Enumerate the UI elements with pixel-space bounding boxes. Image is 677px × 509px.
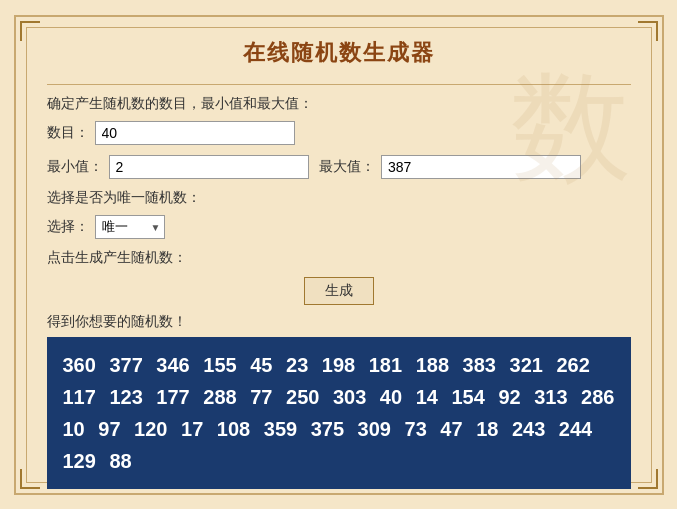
- count-input[interactable]: [95, 121, 295, 145]
- page-title: 在线随机数生成器: [47, 38, 631, 68]
- result-numbers: 360 377 346 155 45 23 198 181 188 383 32…: [63, 349, 615, 477]
- unique-row: 选择： 唯一 可重复 ▼: [47, 215, 631, 239]
- max-input[interactable]: [381, 155, 581, 179]
- unique-instruction: 选择是否为唯一随机数：: [47, 189, 631, 207]
- count-label: 数目：: [47, 124, 89, 142]
- title-divider: [47, 84, 631, 85]
- max-label: 最大值：: [319, 158, 375, 176]
- count-row: 数目：: [47, 121, 631, 145]
- generate-instruction: 点击生成产生随机数：: [47, 249, 631, 267]
- unique-select[interactable]: 唯一 可重复: [95, 215, 165, 239]
- generate-button[interactable]: 生成: [304, 277, 374, 305]
- generate-btn-row: 生成: [47, 277, 631, 305]
- inner-border: 数 在线随机数生成器 确定产生随机数的数目，最小值和最大值： 数目： 最小值： …: [26, 27, 652, 483]
- unique-label: 选择：: [47, 218, 89, 236]
- minmax-row: 最小值： 最大值：: [47, 155, 631, 179]
- result-label: 得到你想要的随机数！: [47, 313, 631, 331]
- instruction1: 确定产生随机数的数目，最小值和最大值：: [47, 95, 631, 113]
- min-label: 最小值：: [47, 158, 103, 176]
- result-box: 360 377 346 155 45 23 198 181 188 383 32…: [47, 337, 631, 489]
- unique-select-wrap: 唯一 可重复 ▼: [95, 215, 165, 239]
- min-input[interactable]: [109, 155, 309, 179]
- outer-frame: 数 在线随机数生成器 确定产生随机数的数目，最小值和最大值： 数目： 最小值： …: [14, 15, 664, 495]
